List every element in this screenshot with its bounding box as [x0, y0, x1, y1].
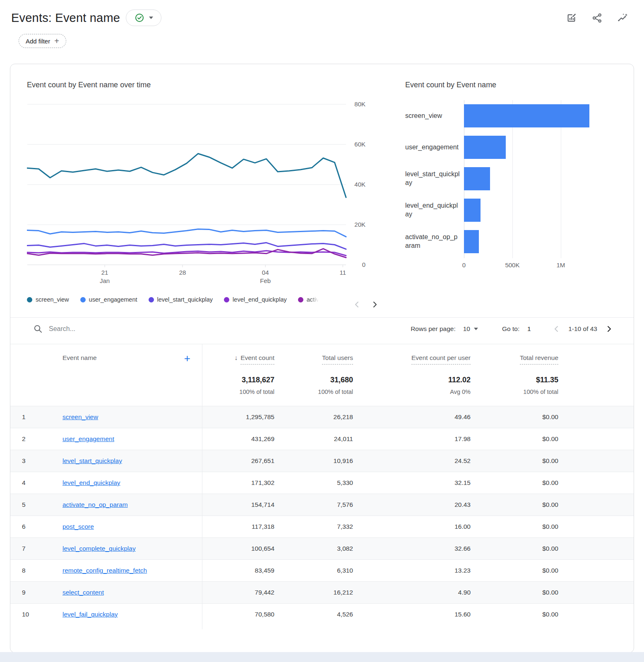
column-header-event-name[interactable]: Event name	[62, 354, 97, 362]
cell-total-revenue: $0.00	[471, 611, 558, 618]
cell-total-revenue: $0.00	[471, 435, 558, 443]
legend-item-activate_no_op_param[interactable]: activ	[298, 296, 319, 303]
legend-dot	[27, 297, 32, 302]
x-axis-tick-month: Jan	[100, 277, 110, 284]
bar-chart-axis: 0500K1M	[405, 261, 616, 271]
legend-item-user_engagement[interactable]: user_engagement	[80, 296, 137, 303]
column-header-event-count[interactable]: ↓Event count	[202, 354, 274, 362]
event-name-link[interactable]: user_engagement	[62, 435, 114, 442]
table-row: 1screen_view1,295,78526,21849.46$0.00	[10, 406, 634, 428]
total-per-user: 112.02	[353, 376, 471, 384]
x-axis-tick: 11	[340, 269, 346, 276]
bar-row	[464, 226, 606, 257]
rows-per-page-select[interactable]: 10	[463, 325, 478, 333]
search-icon	[33, 324, 43, 333]
column-header-total-revenue[interactable]: Total revenue	[471, 354, 558, 362]
pagination-range: 1-10 of 43	[568, 325, 597, 333]
legend-dot	[80, 297, 86, 302]
x-axis-tick: 21	[101, 269, 108, 276]
cell-event-count-per-user: 32.15	[353, 479, 471, 487]
series-line-level_start_quickplay	[27, 243, 346, 249]
cell-total-revenue: $0.00	[471, 479, 558, 487]
bar-activate_no_op_param[interactable]	[464, 230, 479, 253]
cell-event-count-per-user: 16.00	[353, 523, 471, 530]
event-name-link[interactable]: level_complete_quickplay	[62, 545, 136, 552]
event-name-link[interactable]: level_end_quickplay	[62, 479, 120, 486]
bar-category-label-activate_no_op_param: activate_no_op_param	[405, 226, 464, 257]
cell-total-revenue: $0.00	[471, 413, 558, 421]
series-line-screen_view	[27, 154, 346, 197]
cell-event-count-per-user: 49.46	[353, 413, 471, 421]
table-row: 2user_engagement431,26924,01117.98$0.00	[10, 428, 634, 450]
legend-next-icon[interactable]	[370, 300, 379, 309]
legend-item-level_end_quickplay[interactable]: level_end_quickplay	[224, 296, 287, 303]
event-name-link[interactable]: level_fail_quickplay	[62, 611, 118, 618]
cell-total-users: 3,082	[274, 545, 353, 552]
cell-event-count: 79,442	[202, 589, 274, 596]
cell-event-count: 100,654	[202, 545, 274, 552]
add-filter-button[interactable]: Add filter +	[19, 34, 66, 48]
legend-item-level_start_quickplay[interactable]: level_start_quickplay	[149, 296, 213, 303]
check-circle-icon	[135, 13, 144, 23]
bar-x-axis-tick: 0	[462, 261, 466, 269]
chevron-down-icon	[149, 17, 153, 19]
report-status-dropdown[interactable]	[126, 10, 161, 26]
legend-label: activ	[307, 296, 319, 303]
topbar: Events: Event name	[0, 0, 644, 48]
cell-total-users: 4,526	[274, 611, 353, 618]
event-name-link[interactable]: activate_no_op_param	[62, 501, 128, 508]
add-filter-label: Add filter	[26, 38, 50, 45]
cell-event-count: 1,295,785	[202, 413, 274, 421]
bar-row	[464, 163, 606, 194]
total-revenue: $11.35	[471, 376, 558, 384]
row-index: 8	[10, 567, 37, 574]
cell-event-count: 431,269	[202, 435, 274, 443]
bar-user_engagement[interactable]	[464, 136, 506, 159]
row-index: 5	[10, 501, 37, 508]
chevron-down-icon	[474, 328, 478, 330]
bar-level_end_quickplay[interactable]	[464, 199, 481, 222]
total-users-sub: 100% of total	[274, 389, 353, 395]
legend-previous-icon[interactable]	[353, 300, 361, 309]
cell-total-revenue: $0.00	[471, 567, 558, 574]
column-header-event-count-per-user[interactable]: Event count per user	[353, 354, 471, 362]
legend-item-screen_view[interactable]: screen_view	[27, 296, 69, 303]
insights-icon[interactable]	[617, 12, 628, 24]
legend-dot	[149, 297, 154, 302]
column-header-total-users[interactable]: Total users	[274, 354, 353, 362]
search-input[interactable]	[49, 325, 181, 333]
event-name-link[interactable]: level_start_quickplay	[62, 457, 122, 464]
goto-label: Go to:	[502, 325, 519, 333]
cell-total-revenue: $0.00	[471, 501, 558, 508]
goto-page-input[interactable]	[519, 325, 538, 333]
cell-total-users: 16,212	[274, 589, 353, 596]
bar-category-label-user_engagement: user_engagement	[405, 132, 464, 163]
next-page-icon[interactable]	[605, 325, 613, 333]
bar-category-label-level_start_quickplay: level_start_quickplay	[405, 163, 464, 194]
share-icon[interactable]	[591, 12, 603, 24]
legend-label: user_engagement	[89, 296, 137, 303]
event-name-link[interactable]: remote_config_realtime_fetch	[62, 567, 147, 574]
legend-label: level_start_quickplay	[157, 296, 213, 303]
line-chart: Event count by Event name over time 80K6…	[27, 81, 379, 317]
bar-screen_view[interactable]	[464, 104, 589, 127]
table-row: 4level_end_quickplay171,3025,33032.15$0.…	[10, 472, 634, 494]
previous-page-icon[interactable]	[553, 325, 561, 333]
event-name-link[interactable]: select_content	[62, 589, 104, 596]
sort-descending-icon: ↓	[234, 354, 238, 361]
event-name-link[interactable]: screen_view	[62, 413, 98, 420]
total-revenue-sub: 100% of total	[471, 389, 558, 395]
total-users: 31,680	[274, 376, 353, 384]
cell-event-count: 154,714	[202, 501, 274, 508]
column-divider	[202, 344, 202, 629]
row-index: 2	[10, 435, 37, 443]
customize-report-icon[interactable]	[566, 12, 577, 24]
event-name-link[interactable]: post_score	[62, 523, 94, 530]
add-column-button[interactable]: +	[184, 354, 190, 362]
legend-label: screen_view	[36, 296, 69, 303]
bar-chart-title: Event count by Event name	[405, 81, 616, 89]
bar-x-axis-tick: 1M	[557, 261, 565, 269]
row-index: 1	[10, 413, 37, 421]
bar-level_start_quickplay[interactable]	[464, 167, 490, 190]
table-row: 10level_fail_quickplay70,5804,52615.60$0…	[10, 603, 634, 625]
